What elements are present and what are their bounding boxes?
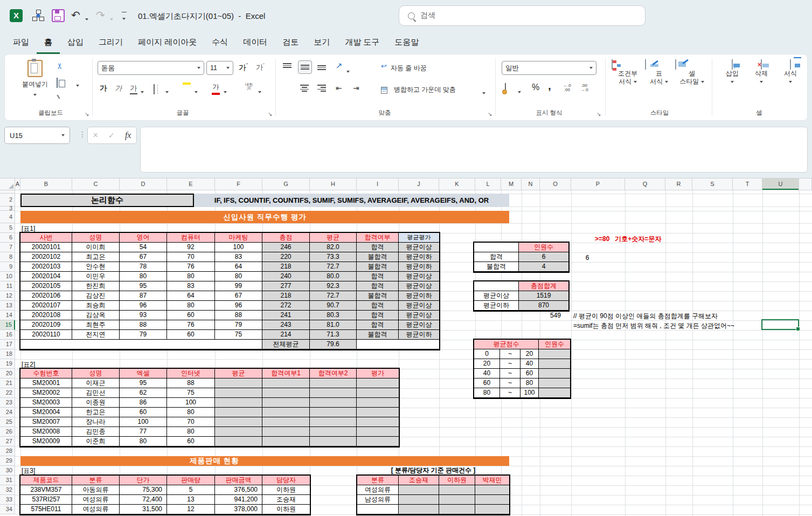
- row-header[interactable]: 10: [0, 272, 15, 281]
- cancel-icon[interactable]: ×: [93, 130, 98, 140]
- increase-indent-icon[interactable]: ⇥: [353, 84, 359, 92]
- cell[interactable]: 불합격: [357, 330, 399, 340]
- cell[interactable]: [262, 417, 310, 427]
- font-name-combo[interactable]: 돋움: [98, 61, 204, 75]
- cell[interactable]: 평균이상: [399, 281, 439, 291]
- cell[interactable]: 88: [120, 320, 167, 330]
- cell[interactable]: 안수현: [72, 262, 120, 272]
- align-top-icon[interactable]: [283, 63, 292, 70]
- cell[interactable]: 6: [519, 252, 568, 262]
- column-header[interactable]: E: [167, 178, 215, 190]
- cell[interactable]: 64: [215, 262, 262, 272]
- cell[interactable]: [357, 505, 399, 514]
- cell[interactable]: 장나라: [72, 417, 120, 427]
- tab-review[interactable]: 검토: [275, 32, 306, 54]
- tab-help[interactable]: 도움말: [387, 32, 426, 54]
- bold-icon[interactable]: 가: [100, 84, 107, 93]
- row-header[interactable]: 23: [0, 398, 15, 408]
- cell[interactable]: [357, 398, 399, 408]
- cell[interactable]: [399, 485, 439, 495]
- fill-color-icon[interactable]: [183, 81, 191, 85]
- row-header[interactable]: 27: [0, 437, 15, 446]
- column-header[interactable]: [799, 178, 812, 190]
- tab-file[interactable]: 파일: [5, 32, 37, 54]
- cell[interactable]: 90.7: [310, 301, 357, 311]
- column-header[interactable]: U: [762, 178, 799, 190]
- orientation-caret-icon[interactable]: [346, 66, 350, 76]
- cell[interactable]: 72.7: [310, 291, 357, 301]
- shrink-font-icon[interactable]: 가ˇ: [256, 63, 265, 72]
- cell[interactable]: 82.0: [310, 243, 357, 252]
- cell[interactable]: 96: [120, 301, 167, 311]
- function-list-band[interactable]: IF, IFS, COUNTIF, COUNTIFS, SUMIF, SUMIF…: [194, 194, 509, 207]
- header-cell[interactable]: 박재민: [475, 476, 509, 485]
- delete-cells-button[interactable]: × 삭제: [748, 60, 774, 86]
- tab-formulas[interactable]: 수식: [204, 32, 235, 54]
- cell[interactable]: 20020109: [20, 320, 72, 330]
- cell[interactable]: 평균이상: [399, 311, 439, 320]
- formula-input[interactable]: [140, 127, 808, 173]
- cell[interactable]: 20020110: [20, 330, 72, 340]
- cell[interactable]: 100: [215, 243, 262, 252]
- borders-caret-icon[interactable]: [165, 87, 169, 97]
- cell[interactable]: 80: [215, 272, 262, 281]
- paste-button[interactable]: 붙여넣기: [20, 60, 50, 99]
- comment-line1[interactable]: // 평균이 90점 이상인 애들의 총점합계를 구해보자: [573, 312, 718, 321]
- cell[interactable]: ~: [500, 379, 520, 388]
- cell[interactable]: 75,300: [120, 485, 167, 495]
- row-header[interactable]: 17: [0, 340, 15, 349]
- cell[interactable]: 81.0: [310, 320, 357, 330]
- cell[interactable]: 83: [167, 281, 215, 291]
- underline-icon[interactable]: 가: [130, 84, 137, 94]
- cell[interactable]: 불합격: [357, 262, 399, 272]
- cell[interactable]: 76: [167, 320, 215, 330]
- cell[interactable]: 238VM357: [20, 485, 72, 495]
- cell[interactable]: 20020108: [20, 311, 72, 320]
- cell[interactable]: [310, 408, 357, 417]
- cell[interactable]: [310, 388, 357, 398]
- cell[interactable]: ~: [500, 388, 520, 398]
- cell[interactable]: [357, 408, 399, 417]
- row-header[interactable]: 7: [0, 243, 15, 252]
- cell[interactable]: 합격: [357, 281, 399, 291]
- cell[interactable]: 여성의류: [72, 505, 120, 514]
- wrap-text-button[interactable]: 자동 줄 바꿈: [391, 64, 427, 73]
- row-header[interactable]: 20: [0, 369, 15, 379]
- cell[interactable]: 79.6: [310, 340, 357, 349]
- cell[interactable]: [475, 495, 509, 505]
- align-right-icon[interactable]: [317, 85, 326, 92]
- cell[interactable]: [215, 379, 262, 388]
- cell[interactable]: 92: [167, 243, 215, 252]
- red-annotation[interactable]: >=80 기호+숫자=문자: [595, 235, 661, 244]
- cell[interactable]: 100: [120, 417, 167, 427]
- copy-caret-icon[interactable]: [76, 80, 79, 90]
- fill-color-caret-icon[interactable]: [195, 87, 198, 97]
- cell[interactable]: 20: [520, 349, 539, 359]
- row-header[interactable]: 16: [0, 330, 15, 340]
- cell[interactable]: 0: [474, 349, 500, 359]
- cell[interactable]: 54: [120, 243, 167, 252]
- cell[interactable]: 여성의류: [357, 485, 399, 495]
- cell[interactable]: 72,400: [120, 495, 167, 505]
- cell[interactable]: [399, 505, 439, 514]
- logic-function-title-box[interactable]: 논리함수: [20, 194, 194, 207]
- cell[interactable]: 60: [120, 408, 167, 417]
- percent-style-icon[interactable]: %: [532, 82, 539, 92]
- header-cell[interactable]: 평가: [357, 369, 399, 379]
- cell[interactable]: [539, 388, 570, 398]
- row-header[interactable]: 14: [0, 311, 15, 320]
- cell[interactable]: 277: [262, 281, 310, 291]
- cell[interactable]: [262, 427, 310, 437]
- header-cell[interactable]: 인터넷: [167, 369, 215, 379]
- column-header[interactable]: O: [540, 178, 571, 190]
- tab-developer[interactable]: 개발 도구: [337, 32, 387, 54]
- cell[interactable]: 941,200: [215, 495, 262, 505]
- cell[interactable]: 한고은: [72, 408, 120, 417]
- six-value[interactable]: 6: [571, 254, 603, 262]
- undo-icon[interactable]: ↶: [71, 9, 80, 22]
- sum-549-value[interactable]: 549: [540, 312, 571, 319]
- row-header[interactable]: 9: [0, 262, 15, 272]
- header-cell[interactable]: 조승재: [399, 476, 439, 485]
- cell[interactable]: 20020103: [20, 262, 72, 272]
- cell[interactable]: SM20007: [20, 417, 72, 427]
